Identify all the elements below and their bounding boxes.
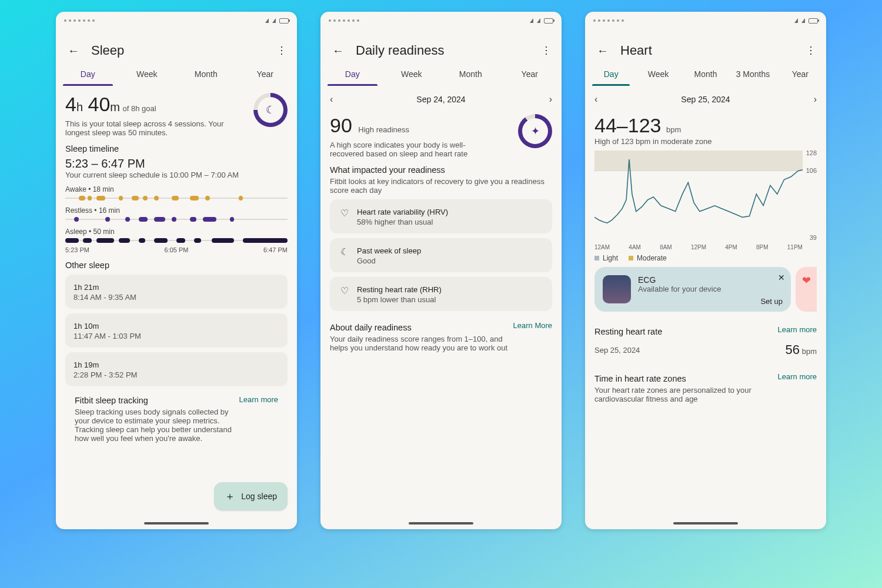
- impact-item-hrv[interactable]: ♡ Heart rate variability (HRV) 58% highe…: [330, 199, 552, 233]
- axis-mid: 6:05 PM: [165, 246, 189, 253]
- activity-icon: ✦: [531, 125, 540, 138]
- tab-year[interactable]: Year: [236, 64, 295, 86]
- item-sub: 58% higher than usual: [357, 218, 448, 226]
- tab-3months[interactable]: 3 Months: [729, 64, 776, 86]
- next-day-button[interactable]: ›: [814, 94, 817, 105]
- prev-day-button[interactable]: ‹: [594, 94, 597, 105]
- x-tick: 12AM: [594, 244, 610, 250]
- item-title: Resting heart rate (RHR): [357, 285, 442, 294]
- rhr-value: 56 bpm: [786, 342, 817, 358]
- signal-icon: [530, 18, 533, 23]
- duration: 1h 19m: [74, 360, 279, 369]
- battery-icon: [279, 18, 289, 24]
- hours-unit: h: [76, 101, 83, 113]
- log-sleep-label: Log sleep: [241, 492, 277, 501]
- date-label: Sep 24, 2024: [416, 95, 465, 104]
- signal-icon: [537, 18, 540, 23]
- timeline-heading: Sleep timeline: [65, 144, 288, 153]
- back-button[interactable]: ←: [594, 42, 611, 59]
- tab-day[interactable]: Day: [323, 64, 382, 86]
- timeline-axis: 5:23 PM 6:05 PM 6:47 PM: [65, 246, 288, 253]
- signal-icon: [794, 18, 798, 23]
- other-sleep-heading: Other sleep: [65, 260, 288, 270]
- heart-icon: ❤: [802, 274, 811, 287]
- tab-month[interactable]: Month: [682, 64, 729, 86]
- score-label: High readiness: [358, 125, 409, 134]
- tab-week[interactable]: Week: [634, 64, 681, 86]
- back-button[interactable]: ←: [330, 42, 346, 59]
- tab-month[interactable]: Month: [441, 64, 500, 86]
- prev-day-button[interactable]: ‹: [330, 94, 333, 105]
- time-range-tabs: Day Week Month Year: [56, 64, 297, 86]
- tab-week[interactable]: Week: [382, 64, 442, 86]
- chart-legend: Light Moderate: [594, 253, 817, 267]
- home-indicator: [409, 522, 473, 524]
- tab-day[interactable]: Day: [587, 64, 634, 86]
- ecg-title: ECG: [638, 275, 721, 285]
- setup-button[interactable]: Set up: [760, 297, 783, 306]
- next-day-button[interactable]: ›: [549, 94, 552, 105]
- log-sleep-button[interactable]: ＋ Log sleep: [214, 482, 288, 510]
- impact-item-rhr[interactable]: ♡ Resting heart rate (RHR) 5 bpm lower t…: [330, 277, 552, 311]
- heart-rate-chart[interactable]: 128 106 39 12AM 4AM 8AM 12PM 4PM 8PM 11P…: [594, 151, 817, 250]
- x-axis: 12AM 4AM 8AM 12PM 4PM 8PM 11PM: [594, 244, 803, 250]
- moon-icon: ☾: [338, 245, 351, 258]
- next-prompt-peek[interactable]: ❤: [796, 267, 817, 312]
- ecg-prompt-card[interactable]: ECG Available for your device ✕ Set up: [594, 267, 791, 312]
- learn-more-link[interactable]: Learn more: [239, 395, 278, 404]
- impact-heading: What impacted your readiness: [330, 165, 552, 175]
- home-indicator: [673, 522, 738, 524]
- back-button[interactable]: ←: [65, 42, 82, 59]
- page-title: Sleep: [91, 43, 277, 58]
- more-menu-button[interactable]: ⋯: [540, 45, 553, 56]
- axis-end: 6:47 PM: [263, 246, 288, 253]
- goal-label: of 8h goal: [122, 104, 156, 113]
- score-sub: A high score indicates your body is well…: [330, 141, 483, 158]
- learn-more-link[interactable]: Learn more: [778, 372, 817, 381]
- time-span: 8:14 AM - 9:35 AM: [74, 293, 279, 302]
- other-sleep-item[interactable]: 1h 10m 11:47 AM - 1:03 PM: [65, 313, 288, 348]
- tab-day[interactable]: Day: [58, 64, 118, 86]
- other-sleep-item[interactable]: 1h 19m 2:28 PM - 3:52 PM: [65, 352, 288, 386]
- phone-readiness: ← Daily readiness ⋯ Day Week Month Year …: [320, 12, 562, 529]
- tab-week[interactable]: Week: [118, 64, 177, 86]
- close-button[interactable]: ✕: [778, 273, 785, 282]
- plus-icon: ＋: [225, 489, 235, 503]
- hr-subtitle: High of 123 bpm in moderate zone: [594, 137, 817, 146]
- rhr-heading: Resting heart rate: [594, 327, 662, 336]
- item-title: Past week of sleep: [357, 246, 421, 255]
- learn-more-link[interactable]: Learn more: [778, 325, 817, 334]
- timeline-range: 5:23 – 6:47 PM: [65, 157, 288, 171]
- sleep-summary: This is your total sleep across 4 sessio…: [65, 119, 230, 137]
- tab-year[interactable]: Year: [500, 64, 560, 86]
- signal-icon: [801, 18, 805, 23]
- axis-start: 5:23 PM: [65, 246, 89, 253]
- status-bar: [320, 12, 562, 26]
- ecg-sub: Available for your device: [638, 285, 721, 293]
- more-menu-button[interactable]: ⋯: [805, 45, 818, 56]
- tab-year[interactable]: Year: [777, 64, 824, 86]
- other-sleep-item[interactable]: 1h 21m 8:14 AM - 9:35 AM: [65, 275, 288, 309]
- legend-label: Moderate: [637, 254, 667, 262]
- moon-icon: ☾: [266, 103, 275, 116]
- impact-item-sleep[interactable]: ☾ Past week of sleep Good: [330, 238, 552, 272]
- item-sub: 5 bpm lower than usual: [357, 295, 442, 304]
- status-bar: [585, 12, 826, 26]
- tracking-body: Sleep tracking uses body signals collect…: [65, 407, 249, 443]
- learn-more-link[interactable]: Learn More: [513, 321, 552, 330]
- x-tick: 4PM: [725, 244, 737, 250]
- about-heading: About daily readiness: [330, 323, 412, 332]
- impact-sub: Fitbit looks at key indicators of recove…: [330, 177, 552, 195]
- phone-heart: ← Heart ⋯ Day Week Month 3 Months Year ‹…: [585, 12, 826, 529]
- date-label: Sep 25, 2024: [681, 95, 730, 104]
- x-tick: 8PM: [756, 244, 769, 250]
- y-label-bot: 39: [810, 234, 817, 241]
- page-title: Heart: [620, 43, 806, 58]
- more-menu-button[interactable]: ⋯: [276, 45, 289, 56]
- zones-body: Your heart rate zones are personalized t…: [594, 386, 794, 403]
- x-tick: 4AM: [629, 244, 641, 250]
- readiness-ring: ✦: [518, 114, 552, 148]
- sleep-timeline-chart[interactable]: Awake • 18 min Restless • 16 min Asleep …: [65, 185, 288, 253]
- hours-value: 4: [65, 93, 76, 115]
- tab-month[interactable]: Month: [176, 64, 236, 86]
